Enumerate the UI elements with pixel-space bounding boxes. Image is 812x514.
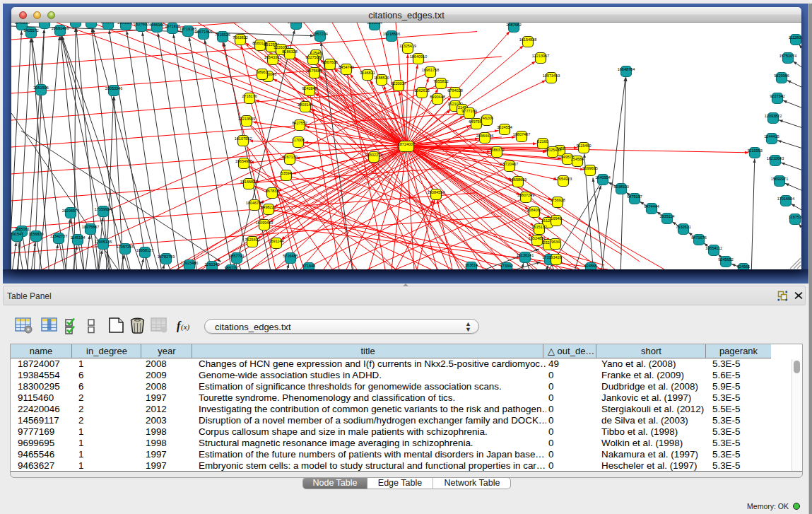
svg-text:116753: 116753 [789,215,801,219]
svg-text:1588520: 1588520 [374,76,389,80]
svg-text:23302273: 23302273 [365,153,382,157]
svg-text:19654985: 19654985 [235,159,252,163]
svg-text:391547: 391547 [11,232,23,236]
svg-text:924565: 924565 [584,264,597,268]
svg-text:1065327: 1065327 [100,23,115,24]
svg-text:9245652: 9245652 [718,257,733,262]
svg-text:9756928: 9756928 [550,198,565,202]
svg-text:3675685: 3675685 [307,69,322,73]
svg-text:2935114: 2935114 [659,214,674,218]
svg-text:9474444: 9474444 [644,204,659,209]
svg-text:10958127: 10958127 [136,248,153,252]
svg-text:9084067: 9084067 [526,208,541,212]
svg-text:10807487: 10807487 [513,132,530,136]
svg-text:254584: 254584 [571,157,584,161]
svg-text:7357224: 7357224 [312,32,327,36]
svg-text:8471676: 8471676 [691,235,706,240]
svg-text:9227342: 9227342 [770,94,784,98]
svg-text:2803144: 2803144 [298,103,312,107]
svg-text:12923486: 12923486 [181,261,198,265]
svg-text:5716485: 5716485 [283,254,298,258]
svg-text:1071918: 1071918 [165,24,180,28]
svg-text:20053346: 20053346 [105,86,122,90]
svg-text:19384554: 19384554 [428,190,445,194]
svg-text:53594: 53594 [281,171,291,175]
svg-text:7955812: 7955812 [433,79,448,83]
svg-text:12213589: 12213589 [238,117,255,121]
svg-text:117006: 117006 [292,138,305,142]
svg-text:20691406: 20691406 [52,26,69,30]
svg-text:98961: 98961 [257,70,267,74]
svg-text:12093822: 12093822 [765,114,782,118]
svg-text:12342737: 12342737 [50,234,67,238]
svg-text:1691144: 1691144 [269,239,283,243]
svg-text:15751074: 15751074 [779,54,796,58]
svg-text:18807249: 18807249 [517,193,534,197]
svg-text:17359924: 17359924 [95,207,112,211]
svg-text:2867608: 2867608 [322,60,337,64]
svg-text:1640955: 1640955 [14,23,29,25]
svg-text:1362615: 1362615 [414,88,429,93]
svg-text:62160: 62160 [537,139,548,144]
svg-text:9777169: 9777169 [461,109,476,113]
svg-text:7386372: 7386372 [489,148,504,152]
svg-text:2093141: 2093141 [37,23,52,23]
svg-text:17957255: 17957255 [117,245,134,249]
svg-text:8990448: 8990448 [430,95,445,99]
svg-text:10653267: 10653267 [117,23,134,25]
svg-text:17654923: 17654923 [555,177,572,181]
svg-text:16782759: 16782759 [158,255,175,259]
svg-text:16136141: 16136141 [517,253,534,257]
svg-text:3267130: 3267130 [282,155,297,159]
svg-text:16107552: 16107552 [235,136,252,141]
svg-text:8813054: 8813054 [367,23,382,25]
svg-text:867833: 867833 [266,189,278,193]
svg-text:10973493: 10973493 [543,74,560,78]
svg-text:9699695: 9699695 [582,166,597,170]
svg-text:16961758: 16961758 [422,68,439,72]
svg-text:985779: 985779 [225,266,237,270]
svg-text:7515526: 7515526 [215,33,230,37]
svg-text:9242848: 9242848 [302,86,317,90]
svg-text:12213967: 12213967 [532,54,549,58]
svg-text:7632621: 7632621 [676,225,690,229]
svg-text:9498222: 9498222 [261,205,276,209]
svg-text:19166827: 19166827 [240,180,257,184]
svg-text:10025438: 10025438 [544,148,561,152]
svg-text:163614: 163614 [465,263,478,267]
svg-text:10658609: 10658609 [510,177,526,182]
svg-text:17016504: 17016504 [777,197,794,201]
svg-text:1145194: 1145194 [70,235,85,240]
svg-text:924565: 924565 [737,264,750,269]
svg-text:9329966: 9329966 [774,74,789,78]
svg-text:1156829: 1156829 [28,232,43,236]
svg-text:1615132: 1615132 [531,225,546,229]
svg-text:10719185: 10719185 [180,27,196,31]
svg-text:16543362: 16543362 [264,55,281,59]
svg-text:3624554: 3624554 [497,125,512,129]
svg-text:746206: 746206 [481,116,493,120]
svg-text:1485061: 1485061 [14,227,29,231]
svg-text:19218506: 19218506 [383,32,400,36]
svg-text:6466160: 6466160 [149,23,164,27]
svg-text:16099489: 16099489 [256,221,273,225]
svg-text:8427552: 8427552 [292,121,307,125]
svg-text:(x): (x) [181,322,190,332]
svg-text:1527602: 1527602 [134,23,148,26]
svg-text:1244415: 1244415 [764,134,779,139]
svg-text:16946: 16946 [551,216,561,221]
svg-text:1640954: 1640954 [595,175,610,180]
svg-text:20206576: 20206576 [62,209,79,213]
svg-text:12905135: 12905135 [95,240,112,244]
svg-text:10975887: 10975887 [82,225,99,229]
svg-text:16033809: 16033809 [288,23,305,24]
svg-text:1112805: 1112805 [789,35,801,40]
svg-text:8186328: 8186328 [282,49,297,54]
svg-text:6794028: 6794028 [447,88,462,93]
svg-text:9115460: 9115460 [576,144,591,148]
svg-text:173342: 173342 [500,264,513,268]
svg-text:16648784: 16648784 [618,67,635,71]
svg-text:93426: 93426 [551,255,561,259]
svg-text:20364436: 20364436 [476,134,493,138]
svg-text:15692971: 15692971 [771,177,788,181]
